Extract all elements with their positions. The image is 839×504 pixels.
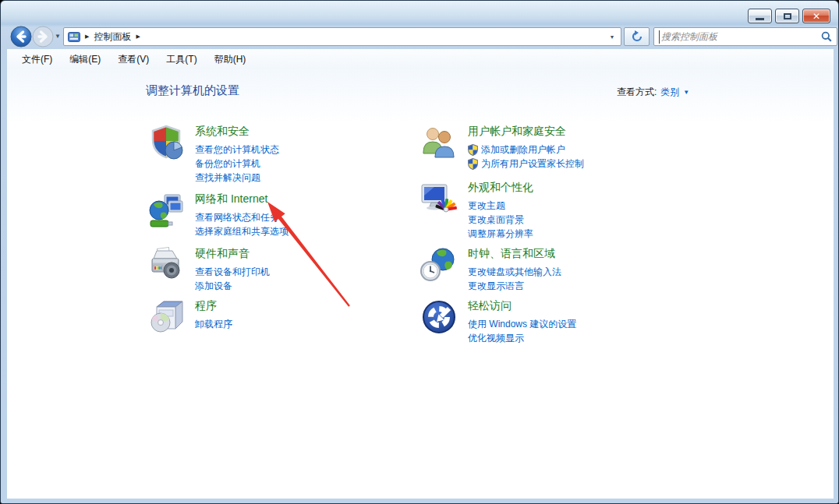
- control-panel-window: ✕ ▼ ▶ 控: [0, 0, 839, 504]
- view-by-value[interactable]: 类别: [660, 86, 679, 99]
- category-title-user-accounts[interactable]: 用户帐户和家庭安全: [468, 125, 584, 139]
- close-icon: ✕: [812, 11, 820, 22]
- close-button[interactable]: ✕: [802, 9, 830, 23]
- search-placeholder: 搜索控制面板: [659, 30, 717, 44]
- back-button[interactable]: [10, 26, 32, 48]
- minimize-icon: [756, 18, 764, 20]
- category-title-ease-of-access[interactable]: 轻松访问: [468, 299, 576, 313]
- minimize-button[interactable]: [748, 9, 772, 23]
- uac-shield-icon: [468, 158, 478, 170]
- link-network-status[interactable]: 查看网络状态和任务: [195, 210, 289, 224]
- category-programs: 程序 卸载程序: [147, 298, 232, 336]
- link-label: 添加或删除用户帐户: [481, 143, 565, 157]
- menu-edit[interactable]: 编辑(E): [61, 50, 109, 69]
- menu-bar: 文件(F) 编辑(E) 查看(V) 工具(T) 帮助(H): [7, 49, 834, 69]
- forward-icon: [32, 26, 54, 48]
- category-title-hardware-sound[interactable]: 硬件和声音: [195, 247, 270, 261]
- link-optimize-visual-display[interactable]: 优化视频显示: [468, 331, 576, 345]
- ease-of-access-icon[interactable]: [420, 298, 458, 336]
- link-parental-controls[interactable]: 为所有用户设置家长控制: [468, 157, 584, 171]
- recent-pages-chevron-icon[interactable]: ▼: [55, 33, 61, 40]
- link-change-desktop-background[interactable]: 更改桌面背景: [468, 213, 533, 227]
- category-ease-of-access: 轻松访问 使用 Windows 建议的设置 优化视频显示: [420, 298, 576, 345]
- link-add-remove-accounts[interactable]: 添加或删除用户帐户: [468, 143, 584, 157]
- view-by-dropdown-icon[interactable]: ▼: [683, 89, 689, 96]
- uac-shield-icon: [468, 144, 478, 156]
- programs-icon[interactable]: [147, 298, 185, 336]
- category-user-accounts: 用户帐户和家庭安全 添加或删除用户帐户: [420, 124, 584, 171]
- link-backup-computer[interactable]: 备份您的计算机: [195, 157, 279, 171]
- appearance-icon[interactable]: [420, 180, 458, 217]
- link-suggested-settings[interactable]: 使用 Windows 建议的设置: [468, 317, 576, 331]
- menu-tools[interactable]: 工具(T): [158, 50, 205, 69]
- forward-button[interactable]: [32, 26, 54, 48]
- category-title-clock-region[interactable]: 时钟、语言和区域: [468, 247, 561, 261]
- breadcrumb-arrow-icon[interactable]: ▶: [136, 33, 140, 40]
- menu-help[interactable]: 帮助(H): [206, 50, 255, 69]
- refresh-button[interactable]: [624, 27, 650, 46]
- category-title-programs[interactable]: 程序: [195, 299, 232, 313]
- breadcrumb-arrow-icon[interactable]: ▶: [85, 33, 89, 40]
- user-accounts-icon[interactable]: [420, 124, 458, 161]
- category-network-internet: 网络和 Internet 查看网络状态和任务 选择家庭组和共享选项: [147, 192, 289, 238]
- refresh-icon: [631, 30, 643, 43]
- link-label: 为所有用户设置家长控制: [481, 157, 584, 171]
- hardware-sound-icon[interactable]: [147, 246, 185, 284]
- category-title-network-internet[interactable]: 网络和 Internet: [195, 192, 289, 206]
- link-adjust-resolution[interactable]: 调整屏幕分辨率: [468, 227, 533, 241]
- window-controls: ✕: [745, 9, 830, 23]
- content-area: 调整计算机的设置 查看方式: 类别 ▼ 系统和安全: [7, 69, 834, 499]
- breadcrumb-control-panel[interactable]: 控制面板: [94, 30, 131, 44]
- link-computer-status[interactable]: 查看您的计算机状态: [195, 143, 279, 157]
- address-dropdown-icon[interactable]: ▼: [604, 28, 621, 45]
- control-panel-icon: [68, 32, 80, 42]
- category-title-appearance[interactable]: 外观和个性化: [468, 181, 533, 195]
- view-by-control: 查看方式: 类别 ▼: [617, 86, 689, 99]
- link-change-theme[interactable]: 更改主题: [468, 199, 533, 213]
- address-bar[interactable]: ▶ 控制面板 ▶ ▼: [63, 27, 621, 46]
- category-clock-region: 时钟、语言和区域 更改键盘或其他输入法 更改显示语言: [420, 246, 561, 293]
- category-system-security: 系统和安全 查看您的计算机状态 备份您的计算机 查找并解决问题: [147, 124, 279, 185]
- maximize-button[interactable]: [775, 9, 799, 23]
- maximize-icon: [784, 13, 791, 19]
- search-box[interactable]: 搜索控制面板: [653, 27, 837, 46]
- link-homegroup-sharing[interactable]: 选择家庭组和共享选项: [195, 224, 289, 238]
- link-add-device[interactable]: 添加设备: [195, 279, 270, 293]
- link-change-keyboards[interactable]: 更改键盘或其他输入法: [468, 265, 561, 279]
- menu-file[interactable]: 文件(F): [13, 50, 61, 69]
- menu-view[interactable]: 查看(V): [109, 50, 158, 69]
- navigation-bar: ▼ ▶ 控制面板 ▶ ▼ 搜索控制面板: [7, 24, 834, 49]
- category-appearance: 外观和个性化 更改主题 更改桌面背景 调整屏幕分辨率: [420, 180, 533, 241]
- system-security-icon[interactable]: [147, 124, 185, 161]
- clock-language-region-icon[interactable]: [420, 246, 458, 284]
- category-hardware-sound: 硬件和声音 查看设备和打印机 添加设备: [147, 246, 270, 293]
- page-title: 调整计算机的设置: [146, 83, 239, 98]
- link-devices-printers[interactable]: 查看设备和打印机: [195, 265, 270, 279]
- search-icon[interactable]: [821, 31, 832, 42]
- category-title-system-security[interactable]: 系统和安全: [195, 125, 279, 139]
- link-change-display-language[interactable]: 更改显示语言: [468, 279, 561, 293]
- link-uninstall-program[interactable]: 卸载程序: [195, 317, 232, 331]
- network-internet-icon[interactable]: [147, 192, 185, 229]
- back-icon: [10, 26, 32, 48]
- view-by-label: 查看方式:: [617, 86, 657, 99]
- link-find-fix-problems[interactable]: 查找并解决问题: [195, 171, 279, 185]
